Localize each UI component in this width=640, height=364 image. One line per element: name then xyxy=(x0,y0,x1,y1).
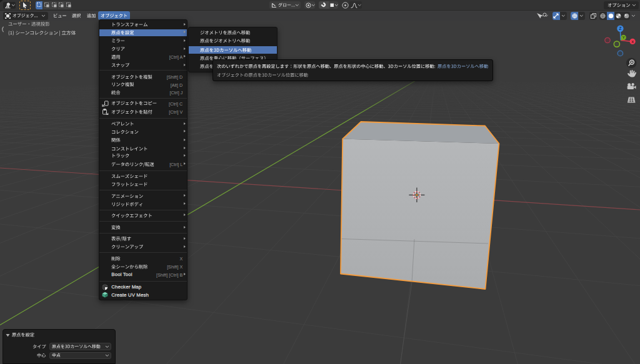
svg-text:Y: Y xyxy=(622,36,625,39)
svg-text:Z: Z xyxy=(619,26,621,31)
svg-text:X: X xyxy=(631,40,634,44)
